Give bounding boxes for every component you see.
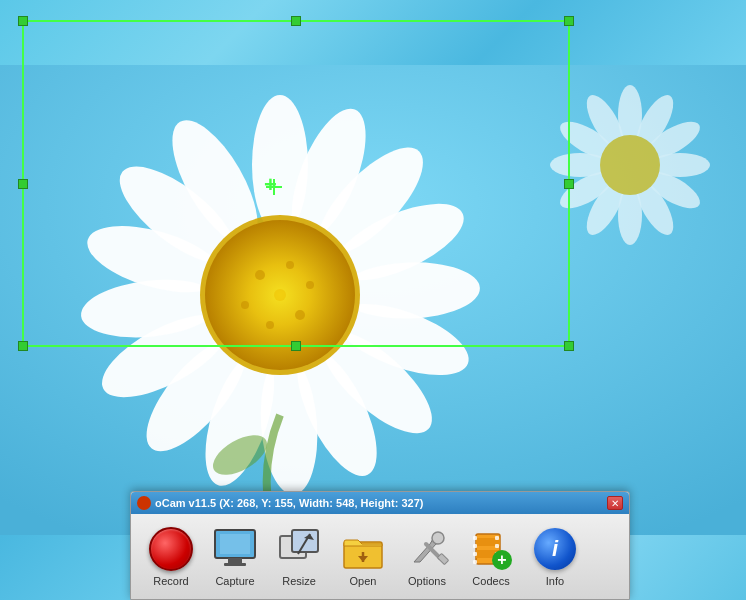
svg-text:+: + <box>497 551 506 568</box>
record-label: Record <box>153 575 188 587</box>
svg-rect-43 <box>220 534 250 554</box>
window-title: oCam v11.5 (X: 268, Y: 155, Width: 548, … <box>155 497 423 509</box>
record-icon-wrapper <box>148 526 194 572</box>
resize-icon <box>276 526 322 572</box>
selection-rect <box>22 20 570 347</box>
svg-rect-63 <box>495 536 499 540</box>
options-label: Options <box>408 575 446 587</box>
open-button[interactable]: Open <box>333 522 393 591</box>
resize-button[interactable]: Resize <box>269 522 329 591</box>
toolbar-panel: oCam v11.5 (X: 268, Y: 155, Width: 548, … <box>130 491 630 600</box>
record-icon <box>149 527 193 571</box>
svg-rect-44 <box>228 558 242 563</box>
toolbar-buttons: Record Capture <box>131 514 629 599</box>
info-icon: i <box>534 528 576 570</box>
options-button[interactable]: Options <box>397 522 457 591</box>
svg-rect-45 <box>224 563 246 566</box>
handle-tr[interactable] <box>564 16 574 26</box>
handle-ml[interactable] <box>18 179 28 189</box>
svg-point-53 <box>432 532 444 544</box>
open-icon-wrapper <box>340 526 386 572</box>
handle-tl[interactable] <box>18 16 28 26</box>
svg-rect-64 <box>495 544 499 548</box>
capture-icon <box>212 526 258 572</box>
svg-rect-61 <box>473 552 477 556</box>
svg-rect-62 <box>473 560 477 564</box>
svg-rect-60 <box>473 544 477 548</box>
record-button[interactable]: Record <box>141 522 201 591</box>
capture-label: Capture <box>215 575 254 587</box>
resize-icon-wrapper <box>276 526 322 572</box>
open-label: Open <box>350 575 377 587</box>
handle-bl[interactable] <box>18 341 28 351</box>
capture-button[interactable]: Capture <box>205 522 265 591</box>
options-icon <box>404 526 450 572</box>
info-button[interactable]: i Info <box>525 522 585 591</box>
codecs-button[interactable]: + Codecs <box>461 522 521 591</box>
handle-bm[interactable] <box>291 341 301 351</box>
options-icon-wrapper <box>404 526 450 572</box>
info-icon-wrapper: i <box>532 526 578 572</box>
app-icon <box>137 496 151 510</box>
capture-icon-wrapper <box>212 526 258 572</box>
handle-mr[interactable] <box>564 179 574 189</box>
open-icon <box>340 526 386 572</box>
close-button[interactable]: ✕ <box>607 496 623 510</box>
title-bar: oCam v11.5 (X: 268, Y: 155, Width: 548, … <box>131 492 629 514</box>
svg-rect-59 <box>473 536 477 540</box>
handle-br[interactable] <box>564 341 574 351</box>
codecs-icon-wrapper: + <box>468 526 514 572</box>
info-label: Info <box>546 575 564 587</box>
svg-point-38 <box>600 135 660 195</box>
codecs-icon: + <box>468 526 514 572</box>
resize-label: Resize <box>282 575 316 587</box>
handle-tm[interactable] <box>291 16 301 26</box>
codecs-label: Codecs <box>472 575 509 587</box>
crosshair <box>264 177 284 197</box>
title-bar-left: oCam v11.5 (X: 268, Y: 155, Width: 548, … <box>137 496 423 510</box>
